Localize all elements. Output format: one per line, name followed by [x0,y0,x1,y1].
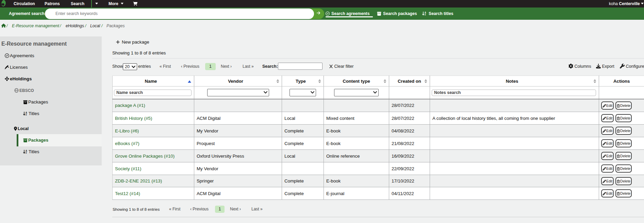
svg-text:Z: Z [26,113,27,116]
svg-text:Z: Z [26,152,27,154]
svg-text:A: A [26,149,27,152]
svg-text:Z: Z [425,13,426,16]
svg-text:A: A [26,111,27,114]
svg-text:A: A [425,11,426,14]
